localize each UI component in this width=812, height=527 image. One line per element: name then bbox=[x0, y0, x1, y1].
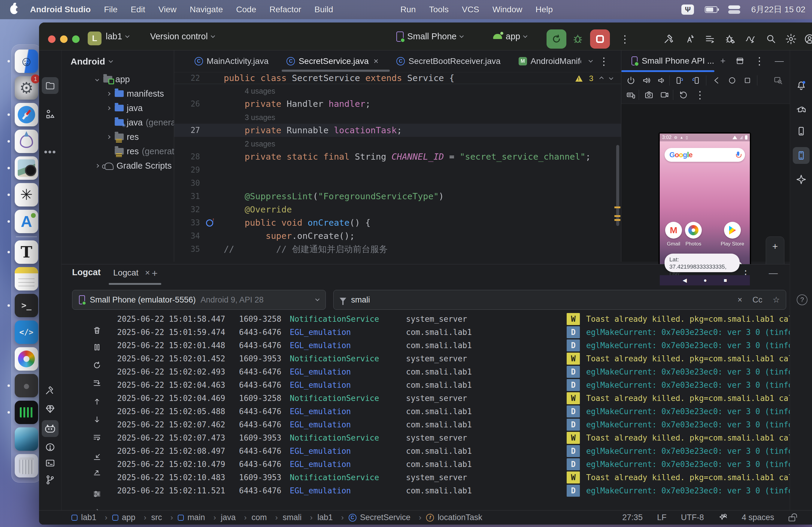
app-icon[interactable]: ● bbox=[15, 374, 38, 397]
volume-down-icon[interactable] bbox=[655, 74, 668, 87]
code-line[interactable]: 32 @Override bbox=[174, 203, 621, 216]
phone-app-icon[interactable]: M Gmail bbox=[663, 222, 684, 247]
menu-item[interactable]: VCS bbox=[462, 5, 479, 14]
editor-options-kebab[interactable]: ⋮ bbox=[599, 50, 609, 72]
app-icon[interactable]: ☺ bbox=[15, 49, 38, 73]
tree-item[interactable]: res bbox=[61, 130, 174, 144]
log-entry[interactable]: 2025-06-22 15:02:11.521 6443-6476 EGL_em… bbox=[113, 484, 790, 497]
editor-tab[interactable]: C SecretBootReceiver.java × bbox=[388, 50, 509, 72]
match-case-toggle[interactable]: Cc bbox=[753, 295, 763, 305]
screenshot-camera-icon[interactable] bbox=[642, 88, 655, 102]
sticky-header-line[interactable]: 22 public class SecretService extends Se… bbox=[174, 72, 621, 84]
device-actions-icon[interactable] bbox=[702, 31, 718, 47]
menu-item[interactable]: Navigate bbox=[190, 5, 223, 14]
new-logcat-tab-button[interactable]: + bbox=[151, 267, 158, 279]
dock-item[interactable]: ● bbox=[15, 374, 38, 397]
hide-logcat-icon[interactable]: — bbox=[769, 268, 778, 280]
profiler-icon[interactable] bbox=[743, 31, 758, 47]
apply-changes-icon[interactable] bbox=[682, 31, 697, 47]
phone-nav-bar[interactable]: ◀ ● ■ bbox=[660, 275, 750, 285]
app-icon[interactable] bbox=[15, 401, 38, 424]
tree-chevron-icon[interactable] bbox=[106, 106, 111, 110]
hide-panel-icon[interactable]: — bbox=[775, 56, 784, 66]
running-devices-button[interactable] bbox=[793, 147, 810, 164]
logcat-tool-button[interactable] bbox=[42, 420, 59, 437]
apply-code-changes-icon[interactable] bbox=[723, 31, 738, 47]
screenshot-search-icon[interactable] bbox=[771, 74, 785, 87]
breadcrumb-item[interactable]: src › bbox=[151, 513, 178, 522]
warning-stripe[interactable] bbox=[614, 207, 620, 208]
layout-icon[interactable] bbox=[736, 57, 744, 65]
breadcrumb-item[interactable]: lab1 › bbox=[317, 513, 349, 522]
menu-item[interactable]: View bbox=[159, 5, 177, 14]
stop-button[interactable] bbox=[590, 29, 610, 49]
dock-item[interactable] bbox=[15, 427, 38, 451]
menu-item[interactable]: Run bbox=[400, 5, 416, 14]
close-logcat-tab-icon[interactable]: × bbox=[145, 268, 150, 277]
dock-item[interactable]: >_ bbox=[15, 294, 38, 317]
breadcrumb-item[interactable]: com › bbox=[252, 513, 283, 522]
next-occurrence-icon[interactable] bbox=[89, 413, 105, 426]
code-line[interactable]: 4 usages bbox=[174, 84, 621, 97]
tree-item[interactable]: res (generated) bbox=[61, 144, 174, 159]
tree-chevron-icon[interactable] bbox=[95, 77, 99, 81]
clear-logcat-icon[interactable] bbox=[89, 324, 105, 337]
tree-item[interactable]: app bbox=[61, 72, 174, 87]
dock-item[interactable] bbox=[15, 454, 38, 478]
breadcrumb-item[interactable]: lab1 › bbox=[71, 513, 112, 522]
tree-chevron-icon[interactable] bbox=[106, 92, 111, 96]
dock-item[interactable]: ☺ bbox=[15, 49, 38, 73]
log-entry[interactable]: 2025-06-22 15:02:04.469 1609-3258 Notifi… bbox=[113, 392, 790, 405]
breadcrumb-item[interactable]: locationTask › bbox=[426, 513, 482, 522]
log-entry[interactable]: 2025-06-22 15:02:04.463 6443-6476 EGL_em… bbox=[113, 378, 790, 392]
account-profile-icon[interactable] bbox=[802, 31, 812, 47]
code-line[interactable]: 33 public void onCreate() { bbox=[174, 216, 621, 229]
rotate-left-icon[interactable] bbox=[673, 74, 686, 87]
gradle-tool-button[interactable] bbox=[793, 101, 810, 118]
logcat-device-selector[interactable]: Small Phone (emulator-5556) Android 9, A… bbox=[72, 290, 326, 310]
dock-item[interactable]: T bbox=[15, 240, 38, 264]
app-quality-insights-button[interactable] bbox=[42, 401, 59, 418]
indent-setting[interactable]: 4 spaces bbox=[742, 513, 774, 522]
dock-item[interactable] bbox=[15, 267, 38, 290]
control-center-icon[interactable] bbox=[728, 5, 740, 14]
editor-tab[interactable]: M AndroidManife × bbox=[510, 50, 590, 72]
logcat-settings-icon[interactable] bbox=[89, 487, 105, 501]
import-logs-icon[interactable] bbox=[89, 450, 105, 463]
inspection-widget[interactable]: 3 bbox=[575, 74, 613, 83]
dock-item[interactable]: ✳ bbox=[15, 183, 38, 207]
google-mic-icon[interactable] bbox=[736, 152, 740, 158]
code-line[interactable]: 31 @SuppressLint("ForegroundServiceType"… bbox=[174, 190, 621, 203]
close-window-button[interactable] bbox=[48, 35, 56, 43]
back-button-icon[interactable] bbox=[710, 74, 723, 87]
nav-home-button[interactable]: ● bbox=[704, 277, 707, 284]
zoom-window-button[interactable] bbox=[72, 35, 79, 43]
dock-item[interactable] bbox=[15, 103, 38, 126]
panel-options-kebab[interactable]: ⋮ bbox=[754, 55, 765, 67]
warning-stripe[interactable] bbox=[614, 215, 620, 217]
tab-list-chevron[interactable] bbox=[589, 50, 592, 72]
code-line[interactable]: 27 private Runnable locationTask; bbox=[174, 124, 621, 137]
breadcrumb-item[interactable]: main › bbox=[178, 513, 221, 522]
logcat-filter-input[interactable]: smali × Cc ☆ bbox=[333, 290, 786, 310]
code-line[interactable]: 28 private static final String CHANNEL_I… bbox=[174, 150, 621, 163]
gemini-tool-button[interactable] bbox=[793, 171, 810, 188]
log-entry[interactable]: 2025-06-22 15:02:07.462 6443-6476 EGL_em… bbox=[113, 418, 790, 431]
code-line[interactable]: 2 usages bbox=[174, 137, 621, 150]
dock-item[interactable] bbox=[15, 347, 38, 371]
window-titlebar[interactable]: L lab1 Version control Small Phone app bbox=[39, 22, 812, 50]
rerun-button[interactable] bbox=[547, 29, 566, 49]
favorite-filter-icon[interactable]: ☆ bbox=[773, 295, 780, 305]
app-icon[interactable] bbox=[15, 103, 38, 126]
version-control-tool-button[interactable] bbox=[42, 471, 59, 488]
warning-stripe[interactable] bbox=[614, 219, 620, 221]
line-separator[interactable]: LF bbox=[657, 513, 667, 522]
app-icon[interactable]: T bbox=[15, 240, 38, 264]
tree-chevron-icon[interactable] bbox=[106, 135, 111, 139]
snapshot-reset-icon[interactable] bbox=[677, 88, 690, 102]
log-entry[interactable]: 2025-06-22 15:02:10.483 1609-3953 Notifi… bbox=[113, 471, 790, 484]
file-encoding[interactable]: UTF-8 bbox=[681, 513, 704, 522]
log-entry[interactable]: 2025-06-22 15:02:07.473 1609-3953 Notifi… bbox=[113, 431, 790, 445]
problems-tool-button[interactable] bbox=[42, 439, 59, 455]
prev-warning-icon[interactable] bbox=[599, 76, 604, 80]
